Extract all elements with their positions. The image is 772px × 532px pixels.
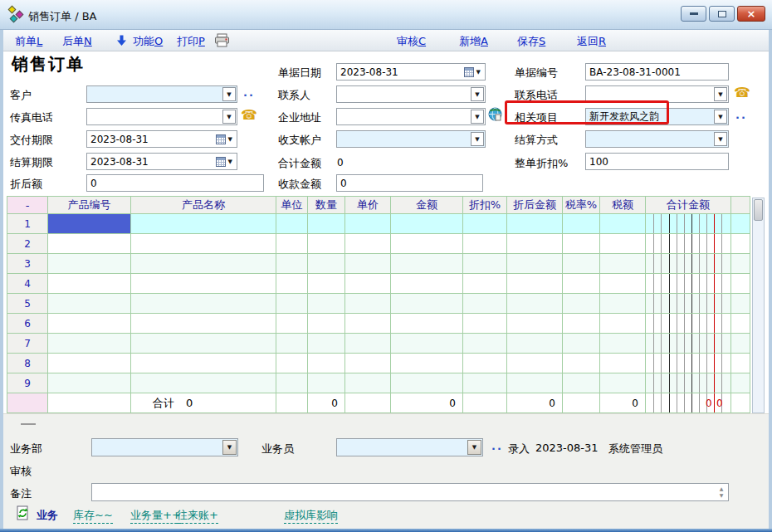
department-combo[interactable]: ▼ [91,438,238,456]
doc-date-calendar-button[interactable]: ▼ [462,65,484,79]
grid-cell-qty[interactable] [308,354,345,373]
order-discount-input[interactable] [585,153,729,170]
salesperson-more-link[interactable]: .. [491,440,503,452]
grid-cell-code[interactable] [48,274,131,294]
toolbar-return[interactable]: 返回R [577,34,606,49]
grid-cell-qty[interactable] [308,234,345,254]
grid-cell-code[interactable] [48,254,131,274]
grid-cell-extra[interactable] [731,314,750,334]
grid-cell-unit[interactable] [276,354,308,373]
grid-cell-price[interactable] [345,274,391,294]
contact-phone-combo[interactable]: ▼ [585,85,729,103]
grid-cell-discamt[interactable] [507,234,563,254]
grid-cell-extra[interactable] [731,373,750,393]
grid-cell-price[interactable] [345,254,391,274]
spinner-up-icon[interactable]: ▲ [720,486,724,492]
settlement-deadline-picker[interactable]: 2023-08-31 ▼ [86,153,237,170]
footer-link-virtual-inventory[interactable]: 虚拟库影响 [284,508,338,524]
grid-cell-total[interactable] [646,214,731,234]
grid-cell-unit[interactable] [276,334,308,354]
grid-cell-tax[interactable] [600,314,646,334]
spinner-down-icon[interactable]: ▼ [720,492,724,499]
remarks-spinner[interactable]: ▲ ▼ [716,486,726,499]
row-number-cell[interactable]: 1 [7,214,48,234]
grid-cell-discamt[interactable] [507,373,563,393]
grid-cell-qty[interactable] [308,214,345,234]
column-header-code[interactable]: 产品编号 [48,196,131,214]
grid-cell-disc[interactable] [463,294,507,314]
grid-cell-disc[interactable] [463,354,507,373]
grid-cell-total[interactable] [646,254,731,274]
grid-cell-qty[interactable] [308,314,345,334]
toolbar-prev-doc[interactable]: 前单L [15,34,42,49]
minimize-button[interactable] [681,6,706,22]
grid-cell-extra[interactable] [731,354,750,373]
column-header-disc[interactable]: 折扣% [463,196,507,214]
grid-cell-total[interactable] [646,274,731,294]
grid-cell-qty[interactable] [308,334,345,354]
toolbar-save[interactable]: 保存S [517,34,545,49]
grid-cell-name[interactable] [131,274,276,294]
footer-link-business-volume[interactable]: 业务量++ [130,508,181,524]
column-header-total[interactable]: 合计金额 [646,196,731,214]
grid-cell-taxrate[interactable] [563,254,600,274]
salesperson-combo[interactable]: ▼ [336,438,483,456]
column-header-unit[interactable]: 单位 [276,196,308,214]
grid-cell-discamt[interactable] [507,254,563,274]
contact-person-combo[interactable]: ▼ [336,85,486,103]
grid-cell-qty[interactable] [308,254,345,274]
row-number-cell[interactable]: 3 [7,254,48,274]
grid-cell-total[interactable] [646,334,731,354]
toolbar-print[interactable]: 打印P [177,34,205,49]
grid-cell-disc[interactable] [463,373,507,393]
close-button[interactable]: × [737,6,765,22]
remarks-input[interactable] [91,483,729,501]
chevron-down-icon[interactable]: ▼ [471,110,484,124]
related-project-more-link[interactable]: .. [735,109,747,121]
customer-more-link[interactable]: .. [243,86,255,99]
grid-cell-discamt[interactable] [507,294,563,314]
grid-cell-discamt[interactable] [507,354,563,373]
settlement-method-combo[interactable]: ▼ [585,130,729,148]
grid-cell-discamt[interactable] [507,334,563,354]
grid-cell-name[interactable] [131,314,276,334]
grid-cell-price[interactable] [345,354,391,373]
grid-cell-code[interactable] [48,354,131,373]
function-arrow-icon[interactable] [116,35,127,46]
grid-cell-unit[interactable] [276,274,308,294]
splitter-grip[interactable] [21,423,36,425]
grid-cell-amount[interactable] [391,234,463,254]
grid-cell-amount[interactable] [391,294,463,314]
customer-combo[interactable]: ▼ [86,85,237,103]
toolbar-audit[interactable]: 审核C [397,34,426,49]
chevron-down-icon[interactable]: ▼ [714,110,727,124]
footer-link-business[interactable]: 业务 [37,508,58,523]
row-number-cell[interactable]: 4 [7,274,48,294]
row-number-cell[interactable]: 9 [7,373,48,393]
grid-cell-disc[interactable] [463,334,507,354]
column-header-extra[interactable] [731,196,750,214]
grid-cell-code[interactable] [48,373,131,393]
grid-cell-name[interactable] [131,254,276,274]
grid-cell-amount[interactable] [391,274,463,294]
grid-cell-unit[interactable] [276,294,308,314]
column-header-tax[interactable]: 税额 [600,196,646,214]
dial-phone-icon[interactable]: ☎ [734,86,750,100]
grid-cell-price[interactable] [345,334,391,354]
grid-cell-taxrate[interactable] [563,294,600,314]
grid-cell-code[interactable] [48,334,131,354]
chevron-down-icon[interactable]: ▼ [467,440,481,455]
column-header-qty[interactable]: 数量 [308,196,345,214]
company-address-combo[interactable]: ▼ [336,108,486,125]
grid-cell-code[interactable] [48,234,131,254]
grid-cell-amount[interactable] [391,254,463,274]
row-number-cell[interactable]: 2 [7,234,48,254]
grid-cell-discamt[interactable] [507,314,563,334]
row-number-cell[interactable]: 6 [7,314,48,334]
grid-cell-name[interactable] [131,294,276,314]
grid-cell-taxrate[interactable] [563,334,600,354]
maximize-button[interactable] [709,6,735,22]
row-number-cell[interactable]: 5 [7,294,48,314]
grid-cell-unit[interactable] [276,373,308,393]
grid-cell-tax[interactable] [600,274,646,294]
